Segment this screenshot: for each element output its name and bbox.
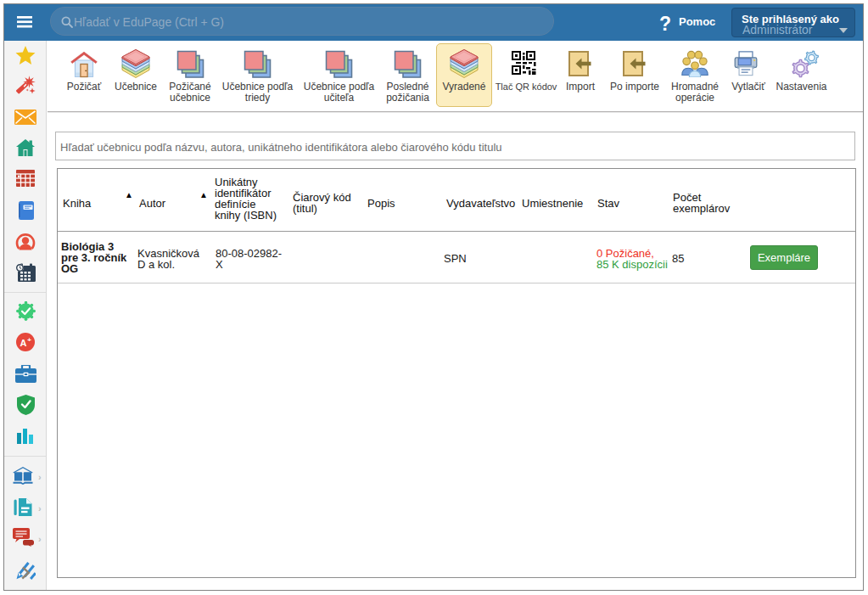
svg-text:+: +: [27, 336, 31, 344]
svg-text:A: A: [20, 338, 27, 348]
